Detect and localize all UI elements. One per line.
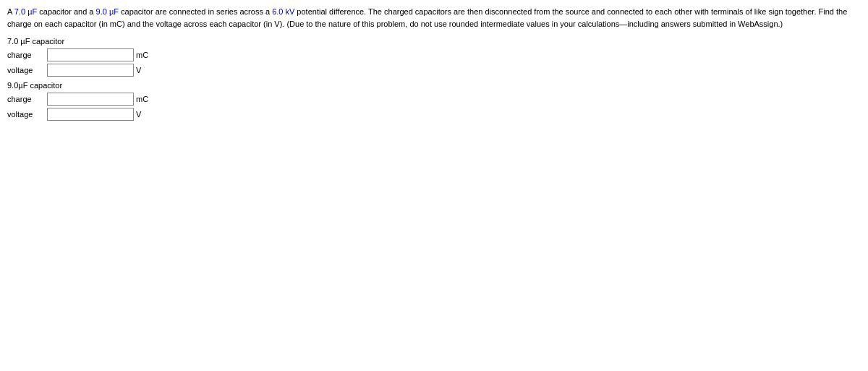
cap2-charge-row: charge mC bbox=[7, 93, 861, 106]
section2-label: 9.0µF capacitor bbox=[7, 81, 861, 90]
cap1-voltage-input[interactable] bbox=[47, 64, 134, 77]
cap2-voltage-input[interactable] bbox=[47, 108, 134, 121]
cap1-charge-input[interactable] bbox=[47, 48, 134, 61]
voltage-value: 6.0 kV bbox=[272, 7, 294, 16]
cap2-voltage-row: voltage V bbox=[7, 108, 861, 121]
problem-text: A 7.0 µF capacitor and a 9.0 µF capacito… bbox=[7, 6, 861, 30]
cap1-charge-row: charge mC bbox=[7, 48, 861, 61]
cap1-value: 7.0 µF bbox=[14, 7, 37, 16]
cap2-charge-input[interactable] bbox=[47, 93, 134, 106]
cap1-voltage-label: voltage bbox=[7, 66, 47, 74]
cap1-charge-label: charge bbox=[7, 51, 47, 59]
cap2-voltage-unit: V bbox=[136, 110, 141, 119]
cap2-charge-label: charge bbox=[7, 95, 47, 103]
cap1-voltage-unit: V bbox=[136, 66, 141, 74]
cap2-voltage-label: voltage bbox=[7, 110, 47, 119]
cap2-value: 9.0 µF bbox=[96, 7, 119, 16]
cap1-charge-unit: mC bbox=[136, 51, 148, 59]
cap1-voltage-row: voltage V bbox=[7, 64, 861, 77]
section1-label: 7.0 µF capacitor bbox=[7, 37, 861, 46]
cap2-charge-unit: mC bbox=[136, 95, 148, 103]
